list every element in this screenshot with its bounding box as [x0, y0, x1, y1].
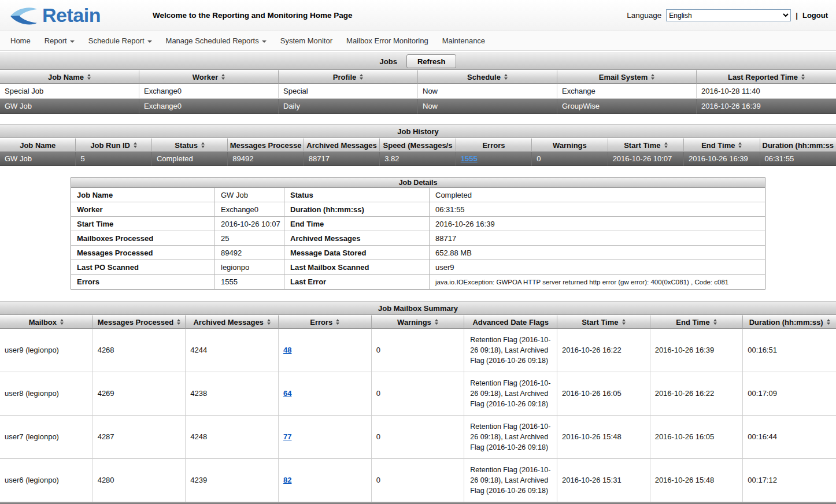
- cell-last-reported-time: 2016-10-28 11:40: [697, 84, 836, 99]
- sort-icon: [801, 74, 805, 80]
- column-header-archived-messages: Archived Messages: [304, 138, 380, 152]
- errors-count-link[interactable]: 48: [283, 345, 291, 356]
- cell-archived-messages: 4239: [186, 459, 279, 502]
- errors-count-link[interactable]: 1555: [461, 154, 478, 163]
- job-mailbox-summary-section-bar: Job Mailbox Summary: [0, 301, 836, 315]
- sort-icon: [177, 319, 180, 325]
- nav-item-home[interactable]: Home: [10, 36, 31, 45]
- column-header-job-run-id[interactable]: Job Run ID: [76, 138, 151, 152]
- nav-item-schedule-report[interactable]: Schedule Report: [88, 36, 152, 45]
- column-header-archived-messages[interactable]: Archived Messages: [186, 315, 279, 329]
- column-header-status[interactable]: Status: [152, 138, 228, 152]
- column-header-duration[interactable]: Duration (hh:mm:ss): [743, 315, 836, 329]
- detail-label: Status: [284, 188, 430, 202]
- cell-archived-messages: 88717: [304, 152, 380, 166]
- cell-start-time: 2016-10-26 10:07: [608, 152, 684, 166]
- column-header-warnings: Warnings: [532, 138, 608, 152]
- jobs-section-bar: Jobs Refresh: [0, 53, 836, 70]
- detail-label: Duration (hh:mm:ss): [284, 202, 430, 217]
- sort-icon: [622, 319, 626, 325]
- jobs-table-header: Job Name Worker Profile Schedule Email S…: [0, 70, 836, 84]
- cell-end-time: 2016-10-26 16:39: [650, 329, 743, 372]
- refresh-button[interactable]: Refresh: [406, 54, 456, 68]
- detail-value: 88717: [430, 231, 765, 246]
- jobs-title: Jobs: [380, 57, 397, 66]
- detail-label: End Time: [284, 217, 430, 231]
- cell-mailbox: user9 (legionpo): [0, 329, 93, 372]
- cell-start-time: 2016-10-26 15:48: [557, 416, 650, 459]
- column-header-mailbox[interactable]: Mailbox: [0, 315, 93, 329]
- table-row[interactable]: user9 (legionpo) 4268 4244 48 0 Retentio…: [0, 329, 836, 372]
- job-history-title: Job History: [397, 127, 439, 136]
- top-header: Retain Welcome to the Reporting and Moni…: [0, 0, 836, 31]
- column-header-profile[interactable]: Profile: [279, 70, 418, 84]
- errors-count-link[interactable]: 64: [283, 388, 291, 399]
- detail-label: Start Time: [71, 217, 215, 231]
- detail-label: Mailboxes Processed: [71, 231, 215, 246]
- column-header-warnings[interactable]: Warnings: [372, 315, 465, 329]
- language-label: Language: [627, 11, 661, 20]
- detail-label: Message Data Stored: [284, 246, 430, 260]
- nav-item-system-monitor[interactable]: System Monitor: [280, 36, 332, 45]
- errors-count-link[interactable]: 82: [283, 475, 291, 486]
- cell-duration: 00:17:12: [743, 459, 836, 502]
- cell-job-name: GW Job: [0, 99, 139, 114]
- column-header-end-time[interactable]: End Time: [684, 138, 760, 152]
- detail-label: Last PO Scanned: [71, 260, 215, 275]
- cell-messages-processed: 89492: [228, 152, 304, 166]
- separator: |: [796, 11, 798, 20]
- detail-label: Last Error: [284, 275, 430, 289]
- job-history-table-header: Job Name Job Run ID Status Messages Proc…: [0, 138, 836, 152]
- detail-value: 652.88 MB: [430, 246, 765, 260]
- cell-warnings: 0: [372, 459, 465, 502]
- nav-item-report[interactable]: Report: [45, 36, 75, 45]
- column-header-job-name[interactable]: Job Name: [0, 70, 139, 84]
- errors-count-link[interactable]: 77: [283, 432, 291, 443]
- language-area: Language English | Logout: [627, 9, 828, 21]
- table-row[interactable]: Special Job Exchange0 Special Now Exchan…: [0, 84, 836, 99]
- dropdown-caret-icon: [70, 40, 75, 43]
- sort-icon: [504, 74, 508, 80]
- dropdown-caret-icon: [262, 40, 267, 43]
- column-header-worker[interactable]: Worker: [139, 70, 279, 84]
- retain-logo[interactable]: Retain: [8, 4, 101, 27]
- sort-icon: [713, 319, 717, 325]
- column-header-schedule[interactable]: Schedule: [418, 70, 557, 84]
- sort-icon: [360, 74, 363, 80]
- nav-item-maintenance[interactable]: Maintenance: [442, 36, 485, 45]
- nav-item-mailbox-error-monitoring[interactable]: Mailbox Error Monitoring: [346, 36, 428, 45]
- cell-duration: 06:31:55: [760, 152, 836, 166]
- table-row[interactable]: user6 (legionpo) 4280 4239 82 0 Retentio…: [0, 459, 836, 502]
- detail-value: 06:31:55: [430, 202, 765, 217]
- column-header-email-system[interactable]: Email System: [557, 70, 697, 84]
- detail-label: Messages Processed: [71, 246, 215, 260]
- column-header-messages-processed[interactable]: Messages Processed: [93, 315, 186, 329]
- cell-start-time: 2016-10-26 16:05: [557, 372, 650, 416]
- table-row-selected[interactable]: GW Job 5 Completed 89492 88717 3.82 1555…: [0, 152, 836, 166]
- detail-value: 25: [215, 231, 284, 246]
- cell-advanced-date-flags: Retention Flag (2016-10-26 09:18), Last …: [464, 372, 557, 416]
- cell-start-time: 2016-10-26 16:22: [557, 329, 650, 372]
- detail-value: 2016-10-26 10:07: [215, 217, 284, 231]
- cell-mailbox: user7 (legionpo): [0, 416, 93, 459]
- logout-link[interactable]: Logout: [802, 11, 828, 20]
- cell-end-time: 2016-10-26 16:22: [650, 372, 743, 416]
- column-header-errors[interactable]: Errors: [279, 315, 372, 329]
- cell-messages-processed: 4287: [93, 416, 186, 459]
- retain-logo-icon: [8, 6, 39, 25]
- cell-worker: Exchange0: [139, 99, 279, 114]
- table-row-selected[interactable]: GW Job Exchange0 Daily Now GroupWise 201…: [0, 99, 836, 114]
- language-select[interactable]: English: [666, 9, 791, 21]
- cell-profile: Special: [279, 84, 418, 99]
- column-header-end-time[interactable]: End Time: [650, 315, 743, 329]
- job-details-grid: Job Name GW Job Status Completed Worker …: [71, 188, 765, 289]
- column-header-last-reported-time[interactable]: Last Reported Time: [697, 70, 836, 84]
- table-row[interactable]: user7 (legionpo) 4287 4248 77 0 Retentio…: [0, 416, 836, 459]
- column-header-start-time[interactable]: Start Time: [608, 138, 684, 152]
- table-row[interactable]: user8 (legionpo) 4269 4238 64 0 Retentio…: [0, 372, 836, 416]
- nav-item-manage-scheduled-reports[interactable]: Manage Scheduled Reports: [166, 36, 267, 45]
- cell-errors: 48: [279, 329, 372, 372]
- cell-duration: 00:16:51: [743, 329, 836, 372]
- column-header-start-time[interactable]: Start Time: [557, 315, 650, 329]
- job-history-section-bar: Job History: [0, 124, 836, 138]
